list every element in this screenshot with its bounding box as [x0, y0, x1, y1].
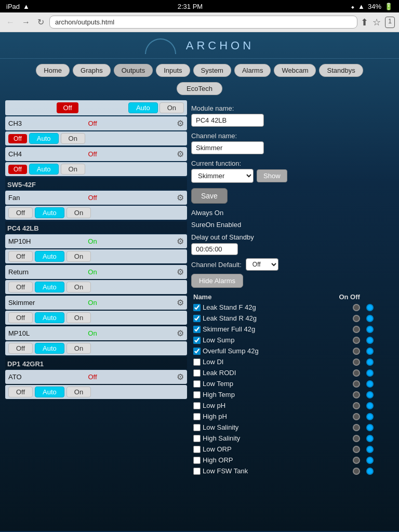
delay-time-input[interactable] [191, 243, 238, 255]
mp10l-auto-btn[interactable]: Auto [35, 343, 64, 354]
mp10l-off-btn[interactable]: Off [8, 343, 33, 354]
show-button[interactable]: Show [257, 169, 287, 182]
alarm-radio-on[interactable] [353, 468, 360, 475]
module-name-input[interactable] [191, 114, 264, 127]
alarm-radio-off[interactable] [366, 468, 374, 475]
gear-icon-fan[interactable]: ⚙ [177, 193, 184, 203]
alarm-radio-off[interactable] [366, 337, 374, 344]
off-red-button[interactable]: Off [57, 102, 78, 113]
nav-graphs[interactable]: Graphs [73, 64, 111, 77]
alarm-checkbox[interactable] [193, 304, 201, 311]
fan-off-btn[interactable]: Off [8, 207, 33, 218]
mp10h-on-btn[interactable]: On [66, 251, 91, 262]
alarm-checkbox[interactable] [193, 424, 201, 431]
bookmark-icon[interactable]: ☆ [373, 17, 381, 28]
alarm-radio-on[interactable] [353, 348, 360, 355]
ch3-auto-btn[interactable]: Auto [29, 133, 59, 144]
alarm-checkbox[interactable] [193, 337, 201, 344]
hide-alarms-button[interactable]: Hide Alarms [191, 274, 243, 288]
alarm-radio-off[interactable] [366, 402, 374, 409]
url-bar[interactable] [49, 16, 357, 29]
mp10h-auto-btn[interactable]: Auto [35, 251, 64, 262]
alarm-radio-on[interactable] [353, 402, 360, 409]
nav-webcam[interactable]: Webcam [274, 64, 316, 77]
on-btn[interactable]: On [159, 102, 184, 113]
alarm-checkbox[interactable] [193, 468, 201, 475]
alarm-radio-off[interactable] [366, 413, 374, 420]
gear-icon-ch4[interactable]: ⚙ [177, 149, 184, 159]
alarm-checkbox[interactable] [193, 446, 201, 453]
skimmer-on-btn[interactable]: On [66, 312, 91, 323]
alarm-checkbox[interactable] [193, 402, 201, 409]
auto-btn[interactable]: Auto [128, 102, 158, 113]
gear-icon-ch3[interactable]: ⚙ [177, 118, 184, 128]
return-off-btn[interactable]: Off [8, 282, 33, 292]
gear-icon-mp10h[interactable]: ⚙ [177, 236, 184, 246]
alarm-radio-off[interactable] [366, 391, 374, 398]
alarm-radio-off[interactable] [366, 424, 374, 431]
nav-inputs[interactable]: Inputs [156, 64, 190, 77]
function-select[interactable]: Skimmer Return MP10H MP10L Fan ATO CH3 C… [191, 169, 254, 183]
tab-count[interactable]: 1 [385, 17, 395, 28]
alarm-checkbox[interactable] [193, 348, 201, 355]
gear-icon-skimmer[interactable]: ⚙ [177, 298, 184, 308]
return-on-btn[interactable]: On [66, 282, 91, 292]
alarm-radio-on[interactable] [353, 315, 360, 322]
alarm-radio-off[interactable] [366, 369, 374, 377]
alarm-radio-on[interactable] [353, 358, 360, 366]
alarm-radio-on[interactable] [353, 337, 360, 344]
share-icon[interactable]: ⬆ [361, 17, 368, 28]
gear-icon-ato[interactable]: ⚙ [177, 372, 184, 382]
ato-off-btn[interactable]: Off [8, 387, 33, 397]
alarm-checkbox[interactable] [193, 326, 201, 333]
alarm-radio-on[interactable] [353, 413, 360, 420]
nav-alarms[interactable]: Alarms [234, 64, 271, 77]
ch4-on-btn[interactable]: On [61, 164, 85, 175]
alarm-checkbox[interactable] [193, 380, 201, 388]
alarm-radio-on[interactable] [353, 446, 360, 453]
alarm-radio-on[interactable] [353, 304, 360, 311]
alarm-radio-off[interactable] [366, 304, 374, 311]
alarm-radio-on[interactable] [353, 391, 360, 398]
skimmer-auto-btn[interactable]: Auto [35, 312, 64, 323]
return-auto-btn[interactable]: Auto [35, 282, 64, 292]
gear-icon-mp10l[interactable]: ⚙ [177, 328, 184, 338]
alarm-radio-off[interactable] [366, 358, 374, 366]
alarm-radio-on[interactable] [353, 380, 360, 388]
alarm-radio-on[interactable] [353, 369, 360, 377]
ch4-off-btn[interactable]: Off [8, 165, 27, 174]
nav-ecotech[interactable]: EcoTech [177, 82, 222, 95]
alarm-radio-off[interactable] [366, 348, 374, 355]
alarm-radio-off[interactable] [366, 446, 374, 453]
alarm-radio-on[interactable] [353, 435, 360, 442]
nav-system[interactable]: System [193, 64, 231, 77]
reload-button[interactable]: ↻ [35, 16, 46, 28]
ch4-auto-btn[interactable]: Auto [29, 164, 59, 175]
channel-default-select[interactable]: Off On Auto [246, 258, 278, 271]
alarm-radio-off[interactable] [366, 380, 374, 388]
fan-on-btn[interactable]: On [66, 207, 91, 218]
save-button[interactable]: Save [191, 188, 228, 204]
alarm-radio-on[interactable] [353, 424, 360, 431]
alarm-checkbox[interactable] [193, 358, 201, 366]
alarm-checkbox[interactable] [193, 413, 201, 420]
nav-home[interactable]: Home [36, 64, 70, 77]
ch3-off-btn[interactable]: Off [8, 134, 27, 143]
alarm-radio-on[interactable] [353, 457, 360, 464]
mp10l-on-btn[interactable]: On [66, 343, 91, 354]
alarm-radio-off[interactable] [366, 435, 374, 442]
alarm-checkbox[interactable] [193, 457, 201, 464]
alarm-radio-off[interactable] [366, 457, 374, 464]
alarm-checkbox[interactable] [193, 315, 201, 322]
ato-auto-btn[interactable]: Auto [35, 387, 64, 397]
fan-auto-btn[interactable]: Auto [35, 207, 64, 218]
ato-on-btn[interactable]: On [66, 387, 91, 397]
ch3-on-btn[interactable]: On [61, 133, 85, 144]
alarm-checkbox[interactable] [193, 369, 201, 377]
alarm-radio-off[interactable] [366, 326, 374, 333]
nav-outputs[interactable]: Outputs [114, 64, 153, 77]
alarm-radio-on[interactable] [353, 326, 360, 333]
alarm-checkbox[interactable] [193, 435, 201, 442]
skimmer-off-btn[interactable]: Off [8, 312, 33, 323]
mp10h-off-btn[interactable]: Off [8, 251, 33, 262]
